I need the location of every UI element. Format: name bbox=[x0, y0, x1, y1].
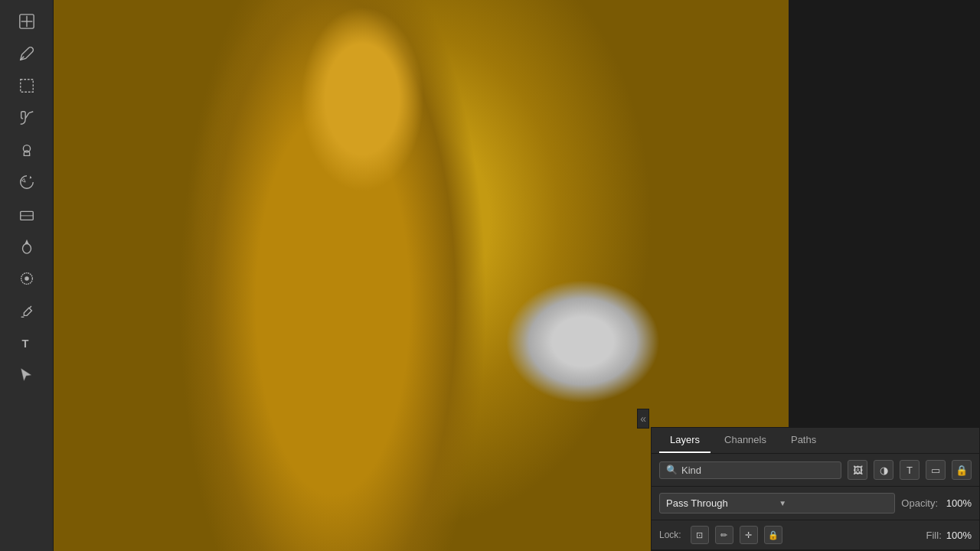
brush-tool[interactable] bbox=[11, 103, 42, 133]
image-filter-btn[interactable]: 🖼 bbox=[848, 460, 867, 480]
blend-mode-dropdown[interactable]: Pass Through ▼ bbox=[659, 493, 895, 514]
fill-value[interactable]: 100% bbox=[946, 530, 972, 541]
fill-row: Fill: 100% bbox=[926, 530, 972, 541]
marquee-tool[interactable] bbox=[11, 70, 42, 101]
svg-rect-4 bbox=[20, 80, 33, 93]
eraser-tool[interactable] bbox=[11, 199, 42, 230]
history-brush-tool[interactable] bbox=[11, 167, 42, 197]
blur-tool[interactable] bbox=[11, 263, 42, 294]
layers-panel: Layers Channels Paths 🔍 Kind 🖼 ◑ T ▭ 🔒 P… bbox=[651, 427, 980, 551]
svg-point-10 bbox=[24, 276, 29, 281]
lock-all-btn[interactable]: 🔒 bbox=[764, 526, 782, 544]
lock-pixels-btn[interactable]: ⊡ bbox=[691, 526, 709, 544]
fill-label: Fill: bbox=[926, 530, 942, 541]
blend-mode-label: Pass Through bbox=[666, 497, 776, 509]
svg-text:T: T bbox=[21, 337, 28, 350]
lock-row: Lock: ⊡ ✏ ✛ 🔒 Fill: 100% bbox=[652, 520, 979, 550]
smart-filter-btn[interactable]: 🔒 bbox=[952, 460, 972, 480]
lock-label: Lock: bbox=[659, 530, 681, 540]
opacity-row: Opacity: 100% bbox=[901, 497, 972, 509]
eyedropper-tool[interactable] bbox=[11, 38, 42, 69]
select-tool[interactable] bbox=[11, 360, 42, 390]
toolbar: T bbox=[0, 0, 54, 551]
opacity-value[interactable]: 100% bbox=[941, 497, 972, 509]
adjustment-filter-btn[interactable]: ◑ bbox=[874, 460, 893, 480]
search-icon: 🔍 bbox=[666, 465, 678, 475]
filter-row: 🔍 Kind 🖼 ◑ T ▭ 🔒 bbox=[652, 454, 979, 487]
tab-layers[interactable]: Layers bbox=[659, 428, 710, 453]
lock-image-btn[interactable]: ✏ bbox=[715, 526, 733, 544]
type-filter-btn[interactable]: T bbox=[900, 460, 920, 480]
filter-search[interactable]: 🔍 Kind bbox=[659, 461, 841, 479]
stamp-tool[interactable] bbox=[11, 135, 42, 165]
shape-filter-btn[interactable]: ▭ bbox=[926, 460, 946, 480]
move-tool[interactable] bbox=[11, 6, 42, 37]
blend-mode-arrow: ▼ bbox=[779, 499, 888, 507]
tab-channels[interactable]: Channels bbox=[714, 428, 777, 453]
opacity-label: Opacity: bbox=[901, 497, 938, 509]
blend-row: Pass Through ▼ Opacity: 100% bbox=[652, 487, 979, 520]
text-tool[interactable]: T bbox=[11, 328, 42, 358]
pen-tool[interactable] bbox=[11, 295, 42, 326]
panel-tabs: Layers Channels Paths bbox=[652, 428, 979, 454]
lock-position-btn[interactable]: ✛ bbox=[740, 526, 758, 544]
gradient-tool[interactable] bbox=[11, 231, 42, 262]
kind-select[interactable]: Kind bbox=[681, 465, 835, 476]
svg-line-5 bbox=[28, 112, 33, 113]
tab-paths[interactable]: Paths bbox=[780, 428, 827, 453]
panel-collapse-button[interactable]: « bbox=[637, 409, 649, 429]
